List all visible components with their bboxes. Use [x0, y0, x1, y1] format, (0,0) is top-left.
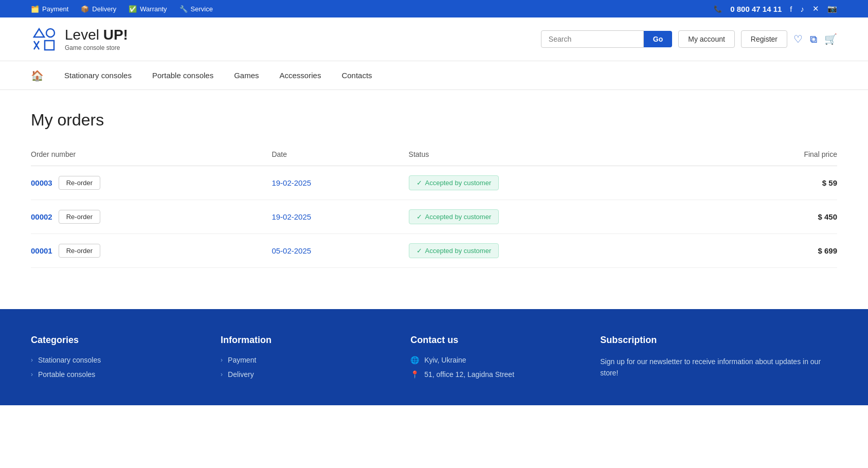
table-row: 00003 Re-order 19-02-2025 ✓ Accepted by … [31, 166, 837, 200]
footer-information: Information › Payment › Delivery [221, 335, 390, 385]
order-date-text-2: 05-02-2025 [272, 246, 311, 255]
facebook-icon[interactable]: f [790, 5, 792, 13]
order-num-2[interactable]: 00001 [31, 246, 52, 255]
wishlist-icon[interactable]: ♡ [793, 33, 803, 45]
topbar-service-label: Service [191, 5, 213, 13]
check-icon-2: ✓ [417, 247, 422, 255]
order-num-0[interactable]: 00003 [31, 178, 52, 187]
svg-point-1 [46, 29, 55, 37]
delivery-icon: 📦 [81, 5, 89, 13]
logo-area[interactable]: Level UP! Game console store [31, 26, 128, 52]
reorder-btn-1[interactable]: Re-order [59, 210, 100, 224]
status-text-1: Accepted by customer [425, 213, 492, 221]
footer-contact-address2: 📍 51, office 12, Lagidna Street [410, 370, 580, 379]
logo-subtitle: Game console store [65, 44, 128, 51]
orders-table-body: 00003 Re-order 19-02-2025 ✓ Accepted by … [31, 166, 837, 268]
footer-cat-stationary-label: Stationary consoles [38, 356, 101, 364]
status-text-2: Accepted by customer [425, 247, 492, 255]
footer-contact-address1: 🌐 Kyiv, Ukraine [410, 356, 580, 364]
header-right: Go My account Register ♡ ⧉ 🛒 [541, 30, 837, 48]
topbar-payment[interactable]: 🗂️ Payment [31, 5, 68, 13]
logo-text-area: Level UP! Game console store [65, 27, 128, 51]
payment-icon: 🗂️ [31, 5, 39, 13]
table-row: 00002 Re-order 19-02-2025 ✓ Accepted by … [31, 200, 837, 234]
reorder-btn-0[interactable]: Re-order [59, 176, 100, 190]
nav-portable-consoles[interactable]: Portable consoles [152, 71, 213, 80]
my-account-button[interactable]: My account [678, 30, 735, 48]
main-content: My orders Order number Date Status Final… [0, 90, 868, 309]
footer-contact-us: Contact us 🌐 Kyiv, Ukraine 📍 51, office … [410, 335, 580, 385]
check-icon-0: ✓ [417, 179, 422, 187]
footer-cat-stationary[interactable]: › Stationary consoles [31, 356, 200, 364]
chevron-icon: › [31, 356, 33, 364]
compare-icon[interactable]: ⧉ [810, 33, 817, 45]
footer-sub-title: Subscription [600, 335, 837, 346]
footer-categories: Categories › Stationary consoles › Porta… [31, 335, 200, 385]
chevron-icon: › [221, 371, 223, 378]
topbar-payment-label: Payment [42, 5, 68, 13]
search-input[interactable] [541, 30, 644, 48]
svg-rect-4 [45, 41, 54, 50]
top-bar: 🗂️ Payment 📦 Delivery ✅ Warranty 🔧 Servi… [0, 0, 868, 17]
topbar-warranty[interactable]: ✅ Warranty [129, 5, 167, 13]
topbar-service[interactable]: 🔧 Service [179, 5, 213, 13]
topbar-delivery[interactable]: 📦 Delivery [81, 5, 116, 13]
footer-cat-portable-label: Portable consoles [38, 370, 95, 379]
footer-categories-title: Categories [31, 335, 200, 346]
status-text-0: Accepted by customer [425, 179, 492, 187]
check-icon-1: ✓ [417, 213, 422, 221]
footer-info-payment-label: Payment [228, 356, 256, 364]
twitter-x-icon[interactable]: ✕ [812, 4, 819, 13]
nav-accessories[interactable]: Accessories [280, 71, 321, 80]
footer-grid: Categories › Stationary consoles › Porta… [31, 335, 837, 385]
search-box: Go [541, 30, 672, 48]
home-icon[interactable]: 🏠 [31, 69, 44, 82]
col-date: Date [272, 145, 408, 166]
status-badge-0: ✓ Accepted by customer [409, 175, 499, 190]
footer-info-delivery-label: Delivery [228, 370, 254, 379]
footer-address2-text: 51, office 12, Lagidna Street [424, 370, 514, 379]
header-icons: ♡ ⧉ 🛒 [793, 33, 837, 45]
order-status-1: ✓ Accepted by customer [409, 200, 722, 234]
col-final-price: Final price [722, 145, 837, 166]
orders-table: Order number Date Status Final price 000… [31, 145, 837, 268]
col-status: Status [409, 145, 722, 166]
location-icon: 📍 [410, 370, 419, 379]
cart-icon[interactable]: 🛒 [824, 33, 837, 45]
page-title: My orders [31, 111, 837, 130]
order-number-cell-2: 00001 Re-order [31, 234, 272, 268]
tiktok-icon[interactable]: ♪ [801, 5, 805, 13]
order-price-0: $ 59 [722, 166, 837, 200]
logo-svg [31, 26, 58, 52]
order-status-2: ✓ Accepted by customer [409, 234, 722, 268]
chevron-icon: › [221, 356, 223, 364]
instagram-icon[interactable]: 📷 [827, 4, 837, 13]
topbar-delivery-label: Delivery [92, 5, 116, 13]
header: Level UP! Game console store Go My accou… [0, 17, 868, 61]
footer-info-payment[interactable]: › Payment [221, 356, 390, 364]
order-date-text-1: 19-02-2025 [272, 212, 311, 221]
order-number-cell-0: 00003 Re-order [31, 166, 272, 200]
search-button[interactable]: Go [644, 31, 672, 47]
service-icon: 🔧 [179, 5, 188, 13]
top-bar-left: 🗂️ Payment 📦 Delivery ✅ Warranty 🔧 Servi… [31, 5, 213, 13]
table-row: 00001 Re-order 05-02-2025 ✓ Accepted by … [31, 234, 837, 268]
register-button[interactable]: Register [741, 30, 787, 48]
footer-cat-portable[interactable]: › Portable consoles [31, 370, 200, 379]
warranty-icon: ✅ [129, 5, 137, 13]
footer-subscription: Subscription Sign up for our newsletter … [600, 335, 837, 385]
col-order-number: Order number [31, 145, 272, 166]
order-date-1: 19-02-2025 [272, 200, 408, 234]
footer-sub-text: Sign up for our newsletter to receive in… [600, 356, 837, 379]
order-price-2: $ 699 [722, 234, 837, 268]
footer-info-delivery[interactable]: › Delivery [221, 370, 390, 379]
status-badge-2: ✓ Accepted by customer [409, 243, 499, 258]
orders-table-head: Order number Date Status Final price [31, 145, 837, 166]
reorder-btn-2[interactable]: Re-order [59, 244, 100, 258]
nav-stationary-consoles[interactable]: Stationary consoles [64, 71, 132, 80]
order-price-1: $ 450 [722, 200, 837, 234]
nav-contacts[interactable]: Contacts [341, 71, 372, 80]
nav-games[interactable]: Games [234, 71, 259, 80]
order-num-1[interactable]: 00002 [31, 212, 52, 221]
chevron-icon: › [31, 371, 33, 378]
